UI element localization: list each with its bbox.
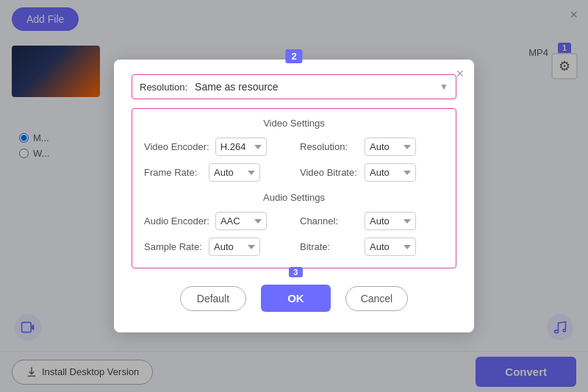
cancel-button[interactable]: Cancel [345,286,409,311]
video-encoder-select[interactable]: H.264 [215,138,267,156]
settings-box: Video Settings Video Encoder: H.264 Reso… [132,108,456,268]
sample-rate-select[interactable]: Auto [209,238,260,256]
resolution-label: Resolution: [140,82,187,93]
audio-settings-title: Audio Settings [144,192,444,203]
resolution-row: Resolution: Same as resource ▼ [132,74,456,99]
audio-encoder-select[interactable]: AAC [215,212,267,230]
frame-rate-row: Frame Rate: Auto [144,163,288,182]
ok-button[interactable]: OK [261,285,331,312]
resolution-right-row: Resolution: Auto [300,138,444,156]
sample-rate-row: Sample Rate: Auto [144,238,288,256]
modal-buttons: Default 3 OK Cancel [132,285,456,312]
resolution-right-label: Resolution: [300,141,359,152]
settings-modal: 2 × Resolution: Same as resource ▼ Video… [114,60,474,332]
channel-row: Channel: Auto [300,212,444,230]
default-button[interactable]: Default [180,286,246,311]
video-bitrate-select[interactable]: Auto [365,163,416,182]
video-bitrate-row: Video Bitrate: Auto [300,163,444,182]
video-encoder-label: Video Encoder: [144,141,209,152]
resolution-select[interactable]: Same as resource [195,81,432,93]
sample-rate-label: Sample Rate: [144,241,203,252]
modal-number-badge: 2 [285,49,302,63]
bitrate-row: Bitrate: Auto [300,238,444,256]
ok-number-badge: 3 [289,267,302,277]
audio-section: Audio Settings Audio Encoder: AAC Channe… [144,192,444,256]
video-bitrate-label: Video Bitrate: [300,167,359,178]
resolution-arrow-icon: ▼ [440,82,448,92]
ok-btn-wrapper: 3 OK [261,285,331,312]
bitrate-select[interactable]: Auto [365,238,416,256]
video-settings-title: Video Settings [144,118,444,129]
frame-rate-select[interactable]: Auto [209,163,260,182]
video-encoder-row: Video Encoder: H.264 [144,138,288,156]
modal-close-button[interactable]: × [456,67,464,80]
bitrate-label: Bitrate: [300,241,359,252]
resolution-right-select[interactable]: Auto [365,138,416,156]
audio-settings-grid: Audio Encoder: AAC Channel: Auto [144,212,444,256]
audio-encoder-label: Audio Encoder: [144,215,209,227]
modal-overlay: 2 × Resolution: Same as resource ▼ Video… [0,0,588,392]
audio-encoder-row: Audio Encoder: AAC [144,212,288,230]
frame-rate-label: Frame Rate: [144,167,203,178]
app-background: Add File × MP4 1 ⚙ M... W... [0,0,588,392]
video-settings-grid: Video Encoder: H.264 Resolution: Auto Fr… [144,138,444,182]
channel-select[interactable]: Auto [365,212,416,230]
channel-label: Channel: [300,215,359,227]
